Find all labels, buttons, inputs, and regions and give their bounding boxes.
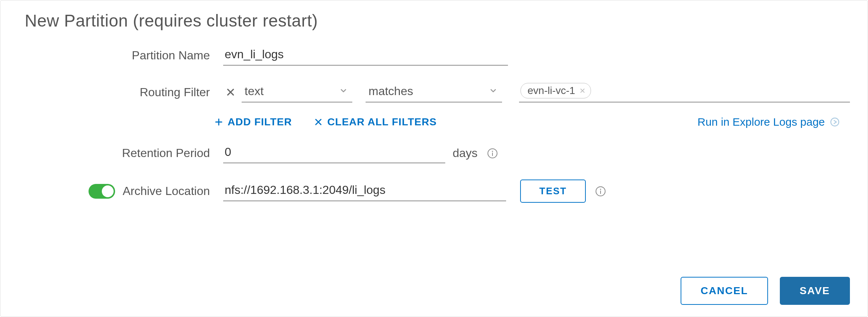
row-partition-name: Partition Name (18, 45, 850, 66)
add-filter-button[interactable]: ADD FILTER (214, 116, 292, 128)
page-title: New Partition (requires cluster restart) (25, 11, 850, 31)
clear-filters-label: CLEAR ALL FILTERS (327, 116, 436, 128)
retention-period-input[interactable] (223, 143, 445, 163)
svg-point-2 (492, 150, 493, 151)
filter-value-input[interactable]: evn-li-vc-1 (519, 82, 850, 102)
clear-filters-button[interactable]: CLEAR ALL FILTERS (314, 116, 436, 128)
filter-operator-select[interactable]: matches (366, 82, 502, 102)
remove-filter-icon[interactable] (223, 87, 238, 97)
label-partition-name: Partition Name (18, 49, 223, 62)
filter-tag-label: evn-li-vc-1 (528, 85, 575, 97)
filter-tag[interactable]: evn-li-vc-1 (521, 83, 591, 98)
filter-actions-row: ADD FILTER CLEAR ALL FILTERS Run in Expl… (214, 116, 840, 128)
add-filter-label: ADD FILTER (228, 116, 292, 128)
filter-field-select[interactable]: text (242, 82, 352, 102)
label-retention-period: Retention Period (18, 146, 223, 160)
remove-tag-icon[interactable] (580, 88, 585, 94)
row-archive-location: Archive Location TEST (18, 180, 850, 203)
label-archive-location: Archive Location (122, 184, 210, 198)
test-button[interactable]: TEST (520, 180, 586, 203)
partition-name-input[interactable] (223, 45, 508, 66)
chevron-down-icon (489, 84, 498, 98)
chevron-down-icon (339, 84, 348, 98)
row-routing-filter: Routing Filter text matches evn-li-vc-1 (18, 82, 850, 102)
svg-point-4 (600, 188, 601, 189)
run-in-explore-link[interactable]: Run in Explore Logs page (698, 116, 840, 128)
new-partition-panel: New Partition (requires cluster restart)… (0, 0, 868, 317)
dialog-footer: CANCEL SAVE (681, 277, 850, 305)
run-in-explore-label: Run in Explore Logs page (698, 116, 825, 128)
cancel-button[interactable]: CANCEL (681, 277, 768, 305)
info-icon[interactable] (595, 185, 606, 197)
row-retention-period: Retention Period days (18, 143, 850, 163)
retention-units: days (453, 146, 478, 160)
save-button[interactable]: SAVE (780, 277, 850, 305)
archive-location-input[interactable] (223, 181, 506, 201)
info-icon[interactable] (487, 147, 498, 159)
archive-toggle[interactable] (89, 184, 115, 199)
arrow-circle-icon (830, 117, 840, 127)
svg-point-0 (831, 118, 839, 126)
filter-operator-value: matches (369, 84, 413, 98)
filter-field-value: text (245, 84, 264, 98)
label-routing-filter: Routing Filter (18, 86, 223, 99)
